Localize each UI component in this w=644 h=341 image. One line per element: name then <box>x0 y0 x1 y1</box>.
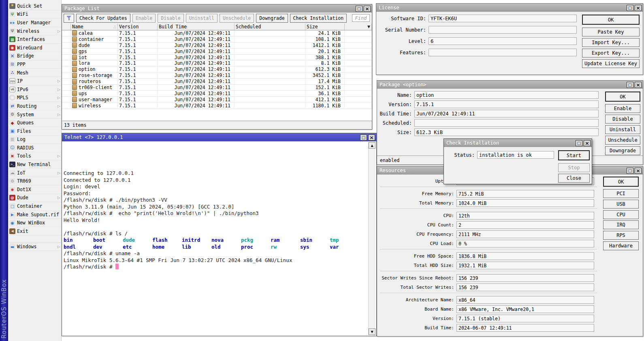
sidebar-item-bridge[interactable]: Bridge <box>8 52 61 61</box>
check-installation-titlebar[interactable]: Check Installation □ × <box>444 139 592 147</box>
hardware-button[interactable]: Hardware <box>603 241 639 250</box>
uninstall-button[interactable]: Uninstall <box>605 125 640 134</box>
column-header-version[interactable]: Version <box>118 23 158 30</box>
stop-button[interactable]: Stop <box>558 163 590 172</box>
resources-field-total-memory[interactable]: 1024.0 MiB <box>456 199 594 207</box>
enable-button[interactable]: Enable <box>605 104 640 113</box>
unschedule-button[interactable]: Unschedule <box>605 136 640 145</box>
package-option-field-build-time[interactable]: Jun/07/2024 12:49:11 <box>414 110 599 117</box>
sidebar-item-new-winbox[interactable]: New WinBox <box>8 219 61 227</box>
sidebar-item-ppp[interactable]: PPP <box>8 60 61 69</box>
enable-button[interactable]: Enable <box>132 14 156 23</box>
sidebar-item-wireless[interactable]: Wireless▷ <box>8 27 61 36</box>
table-row[interactable]: container7.15.1Jun/07/2024 12:49:11108.1… <box>62 36 372 43</box>
pci-button[interactable]: PCI <box>603 189 639 198</box>
sidebar-item-quick-set[interactable]: Quick Set <box>8 2 61 11</box>
close-icon[interactable]: × <box>584 140 591 146</box>
telnet-titlebar[interactable]: Telnet <7> 127.0.0.1 □ × <box>62 133 376 141</box>
ok-button[interactable]: OK <box>603 177 639 187</box>
downgrade-button[interactable]: Downgrade <box>256 14 288 23</box>
table-row[interactable]: wireless7.15.1Jun/07/2024 12:49:111180.1… <box>62 103 372 109</box>
column-select-icon[interactable]: ▼ <box>367 25 370 29</box>
license-field-serial-number[interactable] <box>429 26 577 34</box>
resources-field-architecture-name[interactable]: x86_64 <box>456 296 594 304</box>
header-icon-column[interactable] <box>62 23 71 30</box>
irq-button[interactable]: IRQ <box>603 220 639 229</box>
table-row[interactable]: ups7.15.1Jun/07/2024 12:49:1136.1 KiB <box>62 91 372 97</box>
package-option-field-name[interactable]: option <box>414 91 599 99</box>
unschedule-button[interactable]: Unschedule <box>220 14 254 23</box>
resources-field-cpu[interactable]: 12th <box>456 212 594 220</box>
table-row[interactable]: routeros7.15.1Jun/07/2024 12:49:1117.4 M… <box>62 79 372 85</box>
resources-field-cpu-frequency[interactable]: 2111 MHz <box>456 230 594 238</box>
check-installation-button[interactable]: Check Installation <box>290 14 347 23</box>
sidebar-item-tr069[interactable]: TR069 <box>8 177 61 185</box>
ok-button[interactable]: OK <box>582 15 640 25</box>
sidebar-item-dude[interactable]: Dude▷ <box>8 194 61 202</box>
sidebar-item-mesh[interactable]: Mesh <box>8 69 61 77</box>
sidebar-item-files[interactable]: Files <box>8 127 61 136</box>
resources-field-free-hdd-space[interactable]: 1836.8 MiB <box>456 252 594 260</box>
disable-button[interactable]: Disable <box>605 115 640 124</box>
column-header-name[interactable]: Name△ <box>71 23 118 30</box>
cpu-button[interactable]: CPU <box>603 210 639 219</box>
update-license-key-button[interactable]: Update License Key <box>582 59 640 68</box>
rps-button[interactable]: RPS <box>603 231 639 240</box>
close-icon[interactable]: × <box>635 82 642 88</box>
package-option-field-version[interactable]: 7.15.1 <box>414 100 599 108</box>
sidebar-item-exit[interactable]: Exit <box>8 227 61 236</box>
scroll-up-icon[interactable]: ▲ <box>369 142 375 149</box>
sidebar-item-container[interactable]: Container <box>8 202 61 211</box>
resources-field-cpu-count[interactable]: 2 <box>456 221 594 229</box>
sidebar-item-log[interactable]: Log <box>8 136 61 144</box>
sidebar-item-dot1x[interactable]: Dot1X <box>8 185 61 194</box>
package-option-field-scheduled[interactable] <box>414 119 599 127</box>
table-row[interactable]: tr069-client7.15.1Jun/07/2024 12:49:1115… <box>62 85 372 91</box>
downgrade-button[interactable]: Downgrade <box>605 146 640 155</box>
sidebar-item-iot[interactable]: IoT▷ <box>8 169 61 177</box>
column-header-size[interactable]: Size <box>305 23 345 30</box>
resources-field-build-time[interactable]: 2024-06-07 12:49:11 <box>456 324 594 332</box>
export-key-button[interactable]: Export Key... <box>582 49 640 58</box>
close-icon[interactable]: × <box>364 6 371 12</box>
column-header-build-time[interactable]: Build Time <box>158 23 235 30</box>
sidebar-item-make-supout-rif[interactable]: Make Supout.rif <box>8 211 61 219</box>
table-row[interactable]: rose-storage7.15.1Jun/07/2024 12:49:1134… <box>62 72 372 79</box>
import-key-button[interactable]: Import Key... <box>582 38 640 47</box>
maximize-icon[interactable]: □ <box>627 168 633 174</box>
license-field-features[interactable] <box>429 49 577 56</box>
start-button[interactable]: Start <box>558 150 590 160</box>
table-row[interactable]: iot7.15.1Jun/07/2024 12:49:11388.1 KiB <box>62 55 372 61</box>
find-button[interactable]: Find <box>352 14 370 22</box>
sidebar-item-user-manager[interactable]: User Manager <box>8 19 61 27</box>
maximize-icon[interactable]: □ <box>356 6 363 12</box>
sidebar-item-mpls[interactable]: MPLS▷ <box>8 94 61 102</box>
resources-field-total-hdd-size[interactable]: 1932.1 MiB <box>456 262 594 269</box>
sidebar-item-ip[interactable]: IP▷ <box>8 77 61 85</box>
usb-button[interactable]: USB <box>603 200 639 209</box>
check-for-updates-button[interactable]: Check For Updates <box>76 14 130 23</box>
column-header-scheduled[interactable]: Scheduled <box>235 23 305 30</box>
sidebar-item-wifi[interactable]: WiFi <box>8 11 61 19</box>
terminal-scrollbar[interactable]: ▲ ▼ <box>368 142 375 335</box>
sidebar-item-windows[interactable]: Windows▷ <box>8 243 61 251</box>
resources-field-cpu-load[interactable]: 0 % <box>456 240 594 247</box>
resources-field-sector-writes-since-reboot[interactable]: 156 239 <box>456 274 594 282</box>
status-field[interactable]: installation is ok <box>477 151 554 159</box>
package-option-titlebar[interactable]: Package <option> □ × <box>377 81 643 89</box>
license-field-software-id[interactable]: YFTK-EK6U <box>429 15 577 22</box>
maximize-icon[interactable]: □ <box>627 82 633 88</box>
close-icon[interactable]: × <box>635 168 642 174</box>
package-option-field-size[interactable]: 612.3 KiB <box>414 128 599 136</box>
resources-field-board-name[interactable]: x86 VMware, Inc. VMware20,1 <box>456 305 594 313</box>
resources-field-total-sector-writes[interactable]: 156 239 <box>456 283 594 291</box>
table-row[interactable]: calea7.15.1Jun/07/2024 12:49:1124.1 KiB <box>62 30 372 36</box>
close-icon[interactable]: × <box>635 5 642 11</box>
resources-field-free-memory[interactable]: 715.2 MiB <box>456 190 594 198</box>
disable-button[interactable]: Disable <box>158 14 183 23</box>
maximize-icon[interactable]: □ <box>627 5 633 11</box>
sidebar-item-interfaces[interactable]: Interfaces <box>8 35 61 44</box>
table-row[interactable]: dude7.15.1Jun/07/2024 12:49:111412.1 KiB <box>62 43 372 49</box>
paste-key-button[interactable]: Paste Key <box>582 28 640 36</box>
sidebar-item-tools[interactable]: Tools▷ <box>8 152 61 161</box>
